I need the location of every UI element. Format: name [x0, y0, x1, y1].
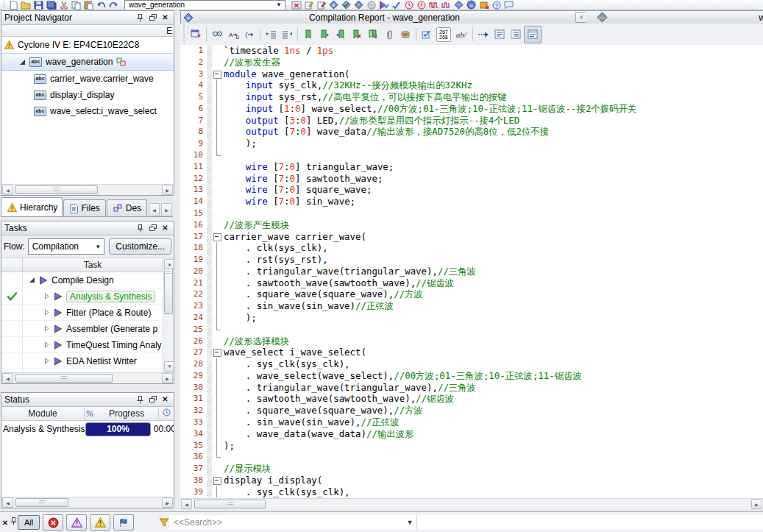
start-analysis-synthesis-button[interactable]: [340, 1, 352, 9]
scroll-right-icon[interactable]: ▶: [162, 497, 173, 508]
expand-closed-icon[interactable]: [43, 358, 50, 364]
save-button[interactable]: [32, 1, 45, 9]
task-row[interactable]: Assembler (Generate p: [1, 321, 163, 337]
expand-open-icon[interactable]: [29, 277, 35, 283]
save-all-button[interactable]: [45, 1, 57, 9]
timequest-analyzer-button[interactable]: [402, 1, 415, 9]
bookmark-remove-all-button[interactable]: [365, 26, 381, 43]
fold-collapse-icon[interactable]: [213, 71, 221, 79]
task-row[interactable]: EDA Netlist Writer: [1, 353, 163, 369]
bookmark-next-button[interactable]: [316, 26, 333, 43]
close-icon[interactable]: ✕: [160, 395, 171, 405]
expand-closed-icon[interactable]: [43, 325, 50, 332]
indent-increase-button[interactable]: [263, 26, 279, 43]
outline-full-button[interactable]: [524, 26, 542, 43]
tree-item[interactable]: abcwave_generation: [1, 53, 174, 71]
expand-closed-icon[interactable]: [43, 341, 50, 348]
programmer-button[interactable]: [478, 1, 490, 9]
tree-item[interactable]: abcwave_select:i_wave_select: [1, 103, 174, 119]
restore-icon[interactable]: [147, 224, 158, 233]
scroll-thumb[interactable]: [164, 269, 173, 314]
scroll-up-icon[interactable]: ▲: [164, 259, 174, 269]
scroll-left-icon[interactable]: ◀: [2, 185, 13, 195]
indent-decrease-button[interactable]: [279, 26, 295, 43]
comment-toggle-button[interactable]: ab/: [453, 26, 470, 43]
message-search-input[interactable]: <<Search>>: [169, 515, 403, 530]
tasks-vscrollbar[interactable]: ▼ ▲: [163, 258, 174, 372]
fold-collapse-icon[interactable]: [213, 477, 221, 485]
customize-button[interactable]: Customize...: [109, 238, 171, 255]
goto-next-button[interactable]: [475, 26, 491, 43]
ip-catalog-button[interactable]: ip: [465, 1, 478, 9]
paste-button[interactable]: [82, 1, 95, 9]
timing-clock-button[interactable]: [415, 1, 427, 9]
vector-waveform-button[interactable]: [440, 1, 453, 9]
filter-critical-warning-button[interactable]: [66, 514, 87, 531]
settings-button[interactable]: [290, 1, 302, 9]
tab-hierarchy[interactable]: Hierarchy: [1, 197, 63, 216]
bookmark-button[interactable]: [300, 26, 316, 43]
redo-button[interactable]: [107, 1, 120, 9]
scroll-left-icon[interactable]: ◀: [2, 373, 13, 383]
scroll-right-icon[interactable]: ▶: [162, 185, 173, 195]
restore-icon[interactable]: [147, 395, 158, 405]
tab-files[interactable]: Files: [63, 199, 105, 216]
compilation-report-titlebar[interactable]: Compilation Report - wave_generation ✕: [180, 10, 590, 24]
scroll-down-icon[interactable]: ▼: [164, 361, 174, 372]
tab-des[interactable]: Des: [107, 199, 147, 216]
bookmark-prev-button[interactable]: [333, 26, 349, 43]
fold-margin[interactable]: [212, 475, 221, 486]
task-row[interactable]: Analysis & Synthesis: [1, 288, 163, 305]
start-elaboration-button[interactable]: [377, 1, 390, 9]
tree-item[interactable]: abccarrier_wave:carrier_wave: [1, 71, 174, 87]
toolbar-grip[interactable]: [2, 1, 5, 8]
chevron-down-icon[interactable]: ▼: [92, 244, 104, 250]
design-assistant-button[interactable]: [390, 1, 402, 9]
search-chevron-down-icon[interactable]: ▼: [403, 515, 417, 530]
find-button[interactable]: [209, 26, 225, 43]
tree-item[interactable]: Cyclone IV E: EP4CE10E22C8: [1, 37, 174, 53]
pin-icon[interactable]: [135, 13, 146, 23]
fold-margin[interactable]: [212, 68, 221, 80]
outline-report-button[interactable]: [491, 26, 508, 43]
scroll-left-icon[interactable]: ◀: [2, 497, 13, 508]
status-hscrollbar[interactable]: ◀ ▶: [1, 497, 174, 508]
filter-all-button[interactable]: All: [18, 515, 40, 530]
attach-report-button[interactable]: [188, 26, 204, 43]
flow-combobox[interactable]: Compilation ▼: [28, 238, 105, 255]
fold-collapse-icon[interactable]: [213, 349, 221, 357]
replace-button[interactable]: AB: [225, 26, 241, 43]
start-compilation-button[interactable]: [327, 1, 340, 9]
scroll-left-icon[interactable]: ◀: [181, 499, 192, 509]
filter-warning-button[interactable]: [90, 514, 110, 531]
help-button[interactable]: ?: [490, 1, 503, 9]
copy-button[interactable]: [70, 1, 82, 9]
tabs-scroll-right-icon[interactable]: ▶: [161, 203, 172, 216]
restore-icon[interactable]: [147, 13, 158, 23]
outline-hierarchy-button[interactable]: [508, 26, 524, 43]
macro-button[interactable]: [397, 26, 414, 43]
fold-margin[interactable]: [212, 347, 221, 358]
task-row[interactable]: TimeQuest Timing Analy: [1, 337, 163, 353]
filter-error-button[interactable]: [43, 514, 63, 531]
scroll-thumb[interactable]: [15, 498, 68, 507]
tasks-hscrollbar[interactable]: ◀ ▶: [1, 372, 174, 383]
fold-margin[interactable]: [212, 231, 221, 243]
cut-button[interactable]: [57, 1, 70, 9]
project-combobox[interactable]: wave_generation ▼: [124, 0, 285, 10]
fold-collapse-icon[interactable]: [213, 233, 221, 241]
expand-open-icon[interactable]: [19, 59, 26, 65]
scroll-thumb[interactable]: [15, 374, 113, 383]
toolbar-grip[interactable]: [182, 25, 185, 43]
new-file-button[interactable]: [7, 1, 20, 9]
navigator-hscrollbar[interactable]: ◀ ▶: [1, 184, 174, 195]
netlist-viewer-button[interactable]: [453, 1, 465, 9]
undo-button[interactable]: [95, 1, 107, 9]
goto-bracket-button[interactable]: {: [241, 26, 258, 43]
open-file-button[interactable]: [20, 1, 32, 9]
insert-template-button[interactable]: [381, 26, 397, 43]
scroll-thumb[interactable]: [15, 185, 98, 194]
simulation-waveform-button[interactable]: [427, 1, 440, 9]
rapid-recompile-button[interactable]: [352, 1, 365, 9]
task-row[interactable]: Compile Design: [1, 272, 163, 288]
